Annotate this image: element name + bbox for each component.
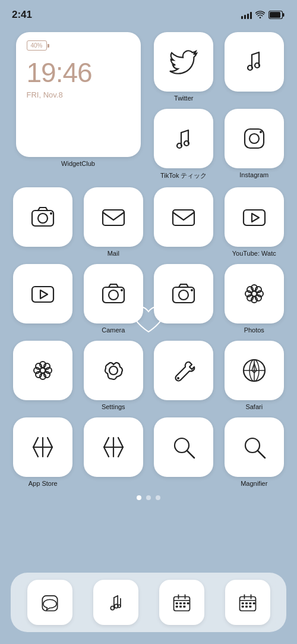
instagram-icon [240, 124, 268, 153]
dock-calendar2[interactable] [225, 580, 270, 625]
app-label-instagram: Instagram [239, 171, 268, 178]
page-dot-3[interactable] [156, 495, 160, 500]
svg-rect-58 [42, 596, 57, 611]
app-label-twitter: Twitter [174, 95, 193, 102]
app-mail2[interactable] [151, 187, 216, 257]
app-search1[interactable] [151, 417, 216, 487]
status-icons [241, 11, 285, 19]
svg-rect-15 [244, 210, 265, 225]
app-label-tiktok: TikTok ティック [160, 171, 207, 180]
app-safari[interactable]: Safari [222, 341, 287, 410]
app-youtube[interactable]: YouTube: Watc [222, 187, 287, 257]
svg-rect-72 [187, 602, 189, 604]
svg-rect-67 [179, 602, 182, 604]
app-flower1[interactable] [11, 341, 75, 410]
app-appstore2[interactable] [81, 417, 146, 487]
svg-point-42 [40, 368, 45, 373]
line-icon [39, 591, 61, 614]
svg-rect-71 [183, 606, 185, 608]
svg-rect-69 [175, 606, 178, 608]
dock-calendar2-icon [236, 591, 259, 614]
svg-point-33 [252, 291, 257, 296]
twitter-icon [169, 48, 198, 76]
svg-rect-68 [183, 602, 185, 604]
app-magnifier[interactable]: Magnifier [222, 417, 287, 487]
svg-rect-70 [179, 606, 182, 608]
svg-point-20 [109, 290, 118, 300]
camera3-icon [169, 279, 198, 308]
settings-icon [99, 356, 128, 385]
svg-line-55 [187, 451, 194, 458]
app-photos[interactable]: Photos [222, 264, 287, 334]
app-music1[interactable] [222, 32, 287, 102]
page-dot-1[interactable] [137, 495, 141, 500]
dock-music[interactable] [93, 580, 138, 625]
photos-icon [240, 279, 268, 308]
mail2-icon [169, 203, 198, 231]
svg-point-43 [109, 366, 118, 375]
play1-icon [29, 279, 57, 308]
signal-icon [241, 11, 252, 19]
svg-point-24 [191, 289, 193, 291]
svg-rect-81 [245, 606, 248, 608]
widget-date: FRI, Nov.8 [27, 90, 63, 99]
app-label-mail: Mail [108, 250, 119, 257]
app-label-appstore1: App Store [29, 480, 58, 487]
dock-line[interactable] [27, 580, 72, 625]
search1-icon [169, 433, 198, 461]
page-dot-2[interactable] [146, 495, 151, 500]
app-label-magnifier: Magnifier [241, 480, 267, 487]
widget-battery: 40% [27, 40, 47, 51]
app-settings[interactable]: Settings [81, 341, 146, 410]
safari-icon [240, 356, 268, 385]
status-time: 2:41 [12, 9, 32, 21]
battery-icon [268, 11, 285, 19]
svg-point-8 [249, 134, 259, 143]
app-twitter[interactable]: Twitter [151, 32, 216, 102]
svg-rect-79 [249, 602, 251, 604]
svg-point-12 [50, 212, 52, 215]
mail-icon [99, 203, 128, 231]
svg-rect-2 [283, 13, 285, 17]
svg-marker-16 [252, 213, 259, 222]
dock-calendar1[interactable] [159, 580, 204, 625]
svg-point-21 [121, 289, 123, 291]
app-camera-sm1[interactable] [11, 187, 75, 257]
svg-point-11 [38, 213, 48, 223]
page-dots [0, 495, 297, 500]
app-mail[interactable]: Mail [81, 187, 146, 257]
svg-rect-82 [249, 606, 251, 608]
app-label-widgetclub: WidgetClub [61, 160, 95, 167]
app-label-youtube: YouTube: Watc [232, 250, 276, 257]
svg-point-44 [177, 377, 179, 379]
tiktok-icon [169, 124, 198, 153]
svg-line-57 [258, 451, 265, 458]
svg-point-61 [118, 605, 121, 608]
app-appstore1[interactable]: App Store [11, 417, 75, 487]
app-label-settings: Settings [102, 403, 125, 410]
dock [11, 573, 286, 632]
app-play1[interactable] [11, 264, 75, 334]
svg-rect-78 [245, 602, 248, 604]
magnifier-icon [240, 433, 268, 461]
svg-rect-83 [252, 602, 255, 604]
appstore1-icon [29, 433, 57, 461]
app-instagram[interactable]: Instagram [222, 109, 287, 180]
camera-icon [99, 279, 128, 308]
svg-rect-77 [241, 602, 244, 604]
svg-rect-1 [270, 12, 280, 18]
app-widgetclub[interactable]: 40% 19:46 FRI, Nov.8 WidgetClub [11, 32, 146, 180]
heart-decoration [131, 303, 166, 336]
widget-time: 19:46 [27, 58, 92, 88]
wrench2-icon [169, 356, 198, 385]
svg-rect-66 [175, 602, 178, 604]
status-bar: 2:41 [0, 0, 297, 26]
app-tiktok[interactable]: TikTok ティック [151, 109, 216, 180]
svg-rect-14 [173, 210, 194, 225]
app-grid: 40% 19:46 FRI, Nov.8 WidgetClub Twitter [0, 26, 297, 487]
appstore2-icon [99, 433, 128, 461]
app-wrench2[interactable] [151, 341, 216, 410]
dock-calendar1-icon [170, 591, 193, 614]
app-label-camera: Camera [102, 326, 125, 334]
svg-marker-18 [40, 290, 48, 299]
